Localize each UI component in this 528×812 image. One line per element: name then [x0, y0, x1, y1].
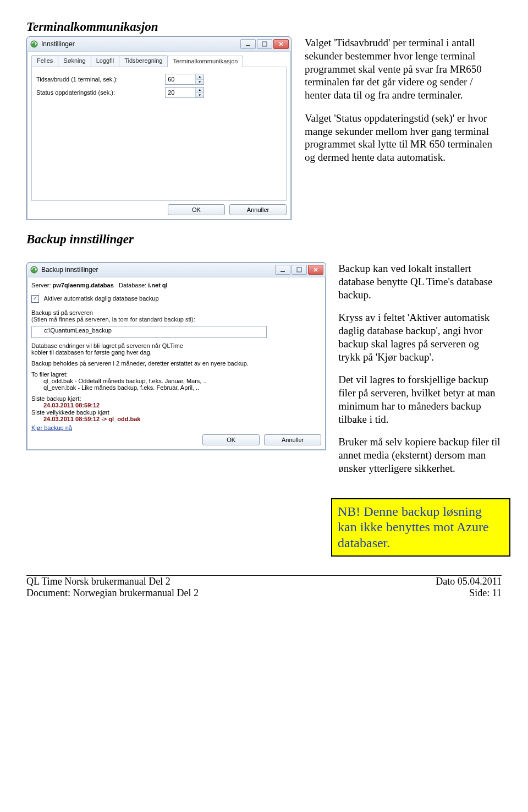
activate-checkbox[interactable]: ✓	[31, 295, 39, 303]
tab-felles[interactable]: Felles	[31, 55, 58, 67]
activate-label: Aktiver automatisk daglig database backu…	[43, 295, 158, 302]
tab-tidsberegning[interactable]: Tidsberegning	[119, 55, 168, 67]
last-backup-label: Siste backup kjørt:	[31, 395, 321, 402]
timeout-spin-up[interactable]: ▲	[196, 74, 204, 80]
changes-note-1: Database endringer vil bli lagret på ser…	[31, 342, 321, 349]
changes-note-2: kobler til databasen for første gang hve…	[31, 349, 321, 356]
close-button[interactable]	[308, 265, 323, 275]
retention-note: Backup beholdes på serveren i 2 måneder,…	[31, 360, 321, 367]
cancel-button[interactable]: Annuller	[264, 434, 321, 445]
last-ok-backup-label: Siste vellykkede backup kjørt	[31, 409, 321, 416]
file-even: ql_even.bak - Like måneds backup, f.eks.…	[31, 384, 321, 391]
maximize-button[interactable]	[257, 39, 272, 49]
backup-window: Backup innstillinger Server: pw7qlaenmg.…	[26, 262, 326, 450]
file-odd: ql_odd.bak - Oddetall måneds backup, f.e…	[31, 378, 321, 384]
svg-rect-2	[246, 45, 250, 46]
status-spin-up[interactable]: ▲	[196, 88, 204, 93]
backup-paragraph-3: Det vil lagres to forskjellige backup fi…	[338, 373, 502, 426]
warning-note: NB! Denne backup løsning kan ikke benytt…	[331, 498, 510, 557]
timeout-field[interactable]: ▲ ▼	[165, 74, 204, 85]
status-spin-down[interactable]: ▼	[196, 93, 204, 98]
close-button[interactable]	[273, 39, 289, 49]
cancel-button[interactable]: Annuller	[229, 204, 287, 215]
intro-paragraph-2: Valget 'Status oppdateringstid (sek)' er…	[305, 112, 497, 164]
tab-sokning[interactable]: Søkning	[58, 55, 91, 67]
maximize-button[interactable]	[292, 265, 307, 275]
status-interval-input[interactable]	[166, 88, 195, 97]
window-title: Innstillinger	[41, 40, 240, 48]
page-footer: QL Time Norsk brukermanual Del 2 Documen…	[26, 575, 502, 599]
section-title-backup: Backup innstillinger	[26, 232, 502, 247]
database-value: i.net ql	[148, 282, 167, 288]
footer-left-1: QL Time Norsk brukermanual Del 2	[26, 576, 199, 587]
backup-paragraph-4: Bruker må selv kopiere backup filer til …	[338, 435, 502, 475]
timeout-input[interactable]	[166, 74, 195, 84]
database-label: Database:	[119, 282, 146, 288]
svg-rect-6	[280, 271, 285, 272]
two-files-label: To filer lagret:	[31, 371, 321, 378]
backup-paragraph-2: Kryss av i feltet 'Aktiver automatisk da…	[338, 311, 502, 363]
intro-paragraph-1: Valget 'Tidsavbrudd' per terminal i anta…	[305, 36, 497, 102]
minimize-button[interactable]	[275, 265, 290, 275]
status-interval-field[interactable]: ▲ ▼	[165, 87, 204, 98]
path-label: Backup sti på serveren	[31, 309, 321, 316]
svg-rect-3	[262, 42, 267, 46]
path-input[interactable]: c:\QuantumLeap_backup	[31, 326, 267, 338]
backup-paragraph-1: Backup kan ved lokalt installert databas…	[338, 262, 502, 301]
footer-right-1: Dato 05.04.2011	[436, 576, 502, 587]
ok-button[interactable]: OK	[168, 204, 225, 215]
last-backup-value: 24.03.2011 08:59:12	[31, 402, 321, 408]
titlebar: Backup innstillinger	[27, 263, 326, 277]
section-title-terminalkommunikasjon: Terminalkommunikasjon	[26, 20, 502, 34]
settings-window: Innstillinger Felles Søkning Loggfil Tid…	[26, 36, 292, 220]
tab-loggfil[interactable]: Loggfil	[91, 55, 119, 67]
timeout-spin-down[interactable]: ▼	[196, 80, 204, 85]
server-value: pw7qlaenmg.databas	[53, 282, 114, 288]
tab-terminalkommunikasjon[interactable]: Terminalkommunikasjon	[167, 56, 243, 67]
titlebar: Innstillinger	[27, 37, 291, 52]
status-interval-label: Status oppdateringstid (sek.):	[36, 86, 121, 99]
window-title: Backup innstillinger	[41, 266, 275, 274]
ok-button[interactable]: OK	[202, 434, 260, 445]
app-icon	[30, 40, 38, 48]
server-label: Server:	[31, 282, 51, 288]
last-ok-backup-value: 24.03.2011 08:59:12 -> ql_odd.bak	[31, 416, 321, 422]
run-backup-link[interactable]: Kjør backup nå	[31, 424, 72, 431]
path-hint: (Stien må finnes på serveren, la tom for…	[31, 316, 321, 323]
tab-strip: Felles Søkning Loggfil Tidsberegning Ter…	[31, 55, 287, 67]
tab-page: Tidsavbrudd (1 terminal, sek.): ▲ ▼	[31, 67, 287, 201]
footer-right-2: Side: 11	[436, 587, 502, 599]
svg-rect-7	[297, 268, 301, 272]
app-icon	[30, 266, 38, 274]
timeout-label: Tidsavbrudd (1 terminal, sek.):	[36, 73, 121, 86]
minimize-button[interactable]	[240, 39, 256, 49]
footer-left-2: Document: Norwegian brukermanual Del 2	[26, 587, 199, 599]
